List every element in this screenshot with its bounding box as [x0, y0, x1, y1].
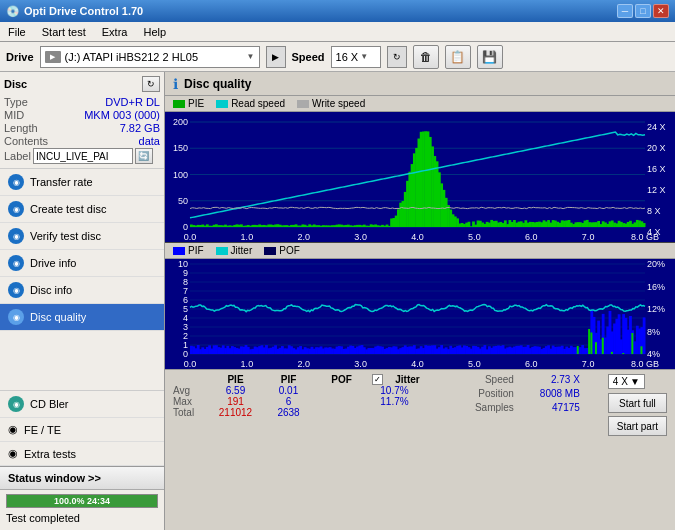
disc-length-value: 7.82 GB [120, 122, 160, 134]
disc-label-label: Label [4, 150, 31, 162]
nav-cd-bler[interactable]: ◉ CD Bler [0, 390, 164, 418]
jitter-checkbox[interactable]: ✓ [372, 374, 383, 385]
nav-extra-tests-icon: ◉ [8, 447, 18, 460]
drive-label: Drive [6, 51, 34, 63]
speed-dropdown: 4 X ▼ [608, 374, 667, 389]
speed-box[interactable]: 4 X ▼ [608, 374, 645, 389]
disc-refresh-button[interactable]: ↻ [142, 76, 160, 92]
samples-stat-label: Samples [475, 402, 514, 413]
nav-drive-info-label: Drive info [30, 257, 76, 269]
speed-value: 16 X [336, 51, 359, 63]
action-area: 4 X ▼ Start full Start part [608, 374, 667, 436]
pof-header: POF [319, 374, 364, 385]
speed-stat-row: Speed 2.73 X [475, 374, 580, 385]
start-part-button[interactable]: Start part [608, 416, 667, 436]
nav-disc-info[interactable]: ◉ Disc info [0, 277, 164, 304]
menu-file[interactable]: File [4, 25, 30, 39]
legend-pif: PIF [173, 245, 204, 256]
start-full-button[interactable]: Start full [608, 393, 667, 413]
menu-start-test[interactable]: Start test [38, 25, 90, 39]
speed-select-value: 4 X [613, 376, 628, 387]
legend-read-speed-color [216, 100, 228, 108]
legend-pof-label: POF [279, 245, 300, 256]
speed-stat-value: 2.73 X [520, 374, 580, 385]
nav-transfer-rate[interactable]: ◉ Transfer rate [0, 169, 164, 196]
title-bar-controls: ─ □ ✕ [617, 4, 669, 18]
save-button[interactable]: 💾 [477, 45, 503, 69]
status-window-label: Status window >> [8, 472, 101, 484]
status-window-button[interactable]: Status window >> [0, 467, 164, 490]
legend-read-speed: Read speed [216, 98, 285, 109]
nav-create-test-disc[interactable]: ◉ Create test disc [0, 196, 164, 223]
nav-create-test-disc-icon: ◉ [8, 201, 24, 217]
nav-drive-info[interactable]: ◉ Drive info [0, 250, 164, 277]
top-chart-legend: PIE Read speed Write speed [165, 96, 675, 112]
drive-select[interactable]: ▶ (J:) ATAPI iHBS212 2 HL05 ▼ [40, 46, 260, 68]
disc-contents-value: data [139, 135, 160, 147]
progress-timestamp: 24:34 [87, 496, 110, 506]
menu-extra[interactable]: Extra [98, 25, 132, 39]
legend-pif-label: PIF [188, 245, 204, 256]
legend-write-speed-label: Write speed [312, 98, 365, 109]
nav-disc-quality-icon: ◉ [8, 309, 24, 325]
copy-button[interactable]: 📋 [445, 45, 471, 69]
total-row: Total 211012 2638 [173, 407, 430, 418]
drive-text: (J:) ATAPI iHBS212 2 HL05 [65, 51, 243, 63]
maximize-button[interactable]: □ [635, 4, 651, 18]
pie-header: PIE [213, 374, 258, 385]
disc-mid-label: MID [4, 109, 24, 121]
erase-button[interactable]: 🗑 [413, 45, 439, 69]
nav-extra-tests[interactable]: ◉ Extra tests [0, 442, 164, 466]
nav-disc-quality[interactable]: ◉ Disc quality [0, 304, 164, 331]
app-icon: 💿 [6, 5, 20, 18]
disc-quality-header: ℹ Disc quality [165, 72, 675, 96]
jitter-max: 11.7% [372, 396, 417, 407]
top-chart [165, 112, 675, 242]
menu-bar: File Start test Extra Help [0, 22, 675, 42]
samples-stat-row: Samples 47175 [475, 402, 580, 413]
pie-max: 191 [213, 396, 258, 407]
disc-contents-row: Contents data [4, 135, 160, 147]
disc-label-button[interactable]: 🔄 [135, 148, 153, 164]
speed-select-arrow: ▼ [630, 376, 640, 387]
nav-disc-info-label: Disc info [30, 284, 72, 296]
disc-type-label: Type [4, 96, 28, 108]
refresh-button[interactable]: ↻ [387, 46, 407, 68]
disc-quality-icon: ℹ [173, 76, 178, 92]
progress-section: 100.0% 24:34 Test completed [0, 490, 164, 530]
close-button[interactable]: ✕ [653, 4, 669, 18]
pie-avg: 6.59 [213, 385, 258, 396]
sidebar: Disc ↻ Type DVD+R DL MID MKM 003 (000) L… [0, 72, 165, 530]
progress-bar: 100.0% 24:34 [6, 494, 158, 508]
drive-arrow-button[interactable]: ▶ [266, 46, 286, 68]
disc-length-label: Length [4, 122, 38, 134]
legend-write-speed-color [297, 100, 309, 108]
title-bar: 💿 Opti Drive Control 1.70 ─ □ ✕ [0, 0, 675, 22]
menu-help[interactable]: Help [139, 25, 170, 39]
nav-fe-te-label: FE / TE [24, 424, 61, 436]
nav-create-test-disc-label: Create test disc [30, 203, 106, 215]
jitter-check: ✓ Jitter [372, 374, 430, 385]
nav-verify-test-disc-icon: ◉ [8, 228, 24, 244]
nav-cd-bler-label: CD Bler [30, 398, 69, 410]
bottom-chart [165, 259, 675, 369]
speed-select[interactable]: 16 X ▼ [331, 46, 381, 68]
pif-avg: 0.01 [266, 385, 311, 396]
legend-pif-color [173, 247, 185, 255]
disc-title: Disc [4, 78, 27, 90]
total-label: Total [173, 407, 205, 418]
minimize-button[interactable]: ─ [617, 4, 633, 18]
main-content: Disc ↻ Type DVD+R DL MID MKM 003 (000) L… [0, 72, 675, 530]
disc-mid-value: MKM 003 (000) [84, 109, 160, 121]
action-buttons: Start full Start part [608, 393, 667, 436]
disc-label-row: Label 🔄 [4, 148, 160, 164]
legend-pie-label: PIE [188, 98, 204, 109]
legend-pof-color [264, 247, 276, 255]
legend-write-speed: Write speed [297, 98, 365, 109]
nav-verify-test-disc[interactable]: ◉ Verify test disc [0, 223, 164, 250]
legend-pie-color [173, 100, 185, 108]
nav-fe-te[interactable]: ◉ FE / TE [0, 418, 164, 442]
nav-disc-quality-label: Disc quality [30, 311, 86, 323]
nav-items: ◉ Transfer rate ◉ Create test disc ◉ Ver… [0, 169, 164, 390]
disc-label-input[interactable] [33, 148, 133, 164]
